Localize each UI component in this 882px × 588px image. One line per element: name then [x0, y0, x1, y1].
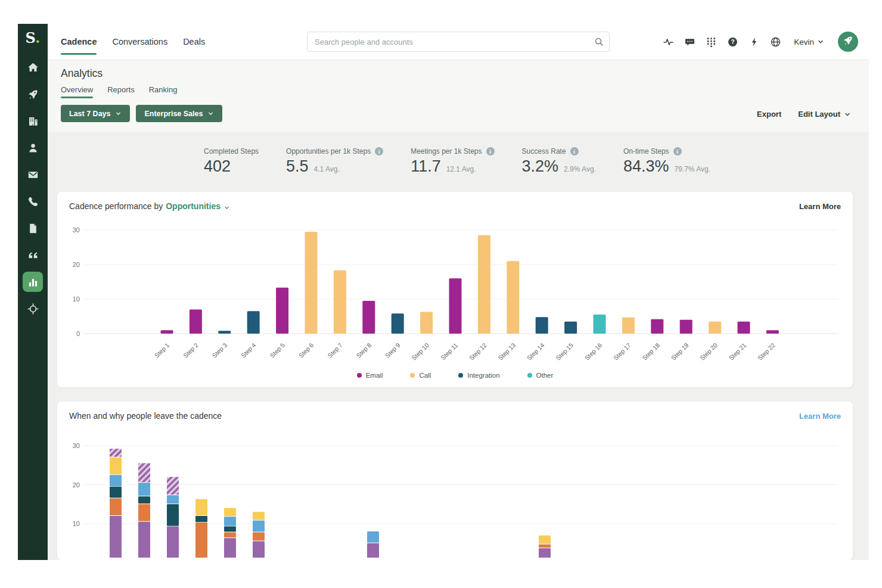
bar-step-18 — [651, 319, 663, 334]
search-icon[interactable] — [594, 37, 604, 46]
sidebar-item-bar-chart[interactable] — [23, 272, 43, 292]
nav-tab-conversations[interactable]: Conversations — [112, 37, 167, 46]
stack-segment-purple — [138, 522, 150, 558]
activity-icon[interactable] — [663, 37, 673, 47]
svg-text:Step 17: Step 17 — [612, 341, 632, 362]
bar-step-14 — [536, 317, 548, 334]
phone-icon — [27, 196, 39, 207]
legend-label: Call — [419, 372, 431, 379]
kpi-label: Completed Steps — [204, 147, 259, 155]
primary-nav-tabs: CadenceConversationsDeals — [61, 37, 205, 46]
crosshair-icon — [27, 303, 39, 315]
bar-step-17 — [622, 318, 635, 334]
quote-icon — [27, 250, 39, 261]
chat-icon[interactable] — [685, 37, 695, 47]
svg-text:0: 0 — [76, 330, 80, 337]
sidebar-item-rocket[interactable] — [23, 84, 43, 104]
info-icon[interactable]: i — [570, 147, 579, 155]
card-header: Cadence performance by Opportunities Lea… — [57, 192, 853, 214]
legend-item-call[interactable]: Call — [410, 372, 431, 379]
svg-text:Step 13: Step 13 — [496, 341, 517, 362]
legend-item-other[interactable]: Other — [527, 372, 554, 379]
kpi-row: Completed Steps402Opportunities per 1k S… — [48, 132, 869, 176]
stack-segment-dark-teal — [110, 487, 122, 498]
bar-step-7 — [334, 270, 346, 334]
kpi-label: On-time Steps — [623, 147, 669, 155]
svg-text:Step 3: Step 3 — [210, 341, 228, 359]
svg-text:20: 20 — [73, 261, 80, 268]
svg-text:Step 4: Step 4 — [240, 341, 257, 359]
stack-segment-purple-hatched — [110, 449, 122, 457]
learn-more-link[interactable]: Learn More — [799, 412, 841, 421]
logo-dot: . — [35, 29, 40, 46]
stack-segment-orange — [195, 522, 207, 558]
user-menu[interactable]: Kevin — [794, 38, 824, 46]
metric-selector[interactable]: Opportunities — [166, 201, 230, 211]
stack-segment-orange — [253, 532, 265, 540]
avatar[interactable] — [838, 32, 858, 52]
svg-text:Step 14: Step 14 — [526, 341, 546, 362]
export-button[interactable]: Export — [757, 110, 781, 119]
sidebar-item-envelope[interactable] — [23, 164, 43, 185]
legend-item-email[interactable]: Email — [357, 372, 383, 379]
svg-text:Step 2: Step 2 — [182, 341, 200, 359]
nav-tab-cadence[interactable]: Cadence — [61, 37, 97, 46]
edit-layout-button[interactable]: Edit Layout — [798, 110, 851, 119]
filter-label: Enterprise Sales — [144, 110, 203, 118]
tab-overview[interactable]: Overview — [61, 85, 93, 98]
bar-step-12 — [478, 235, 490, 334]
bar-step-21 — [738, 322, 750, 334]
sidebar-item-quote[interactable] — [23, 245, 43, 265]
legend-label: Email — [366, 372, 383, 379]
bar-step-1 — [161, 330, 173, 334]
chevron-down-icon — [207, 110, 214, 117]
stack-segment-light-blue — [110, 475, 122, 486]
legend-dot — [357, 373, 362, 378]
legend-label: Other — [536, 372, 554, 379]
stack-segment-light-blue — [138, 483, 150, 496]
bar-chart-svg: 0102030Step 1Step 2Step 3Step 4Step 5Ste… — [69, 218, 841, 368]
info-icon[interactable]: i — [673, 147, 682, 155]
svg-text:Step 12: Step 12 — [468, 341, 488, 362]
legend-item-integration[interactable]: Integration — [458, 372, 499, 379]
bolt-icon[interactable] — [749, 37, 759, 47]
globe-icon[interactable] — [771, 37, 781, 47]
top-icon-group: ? — [663, 37, 781, 47]
learn-more-link[interactable]: Learn More — [799, 202, 841, 211]
app-window: S. CadenceConversationsDeals ? Kevin — [18, 24, 869, 560]
tab-ranking[interactable]: Ranking — [149, 85, 178, 98]
bar-step-19 — [680, 320, 692, 334]
legend-dot — [458, 373, 463, 378]
search-input[interactable] — [307, 32, 610, 52]
legend-dot — [410, 373, 415, 378]
info-icon[interactable]: i — [486, 147, 495, 155]
sidebar-item-document[interactable] — [23, 218, 43, 238]
svg-text:Step 1: Step 1 — [153, 341, 170, 359]
salesloft-logo[interactable]: S. — [26, 31, 41, 45]
svg-text:Step 21: Step 21 — [727, 341, 747, 362]
stack-segment-orange — [224, 532, 236, 537]
sidebar-item-phone[interactable] — [23, 191, 43, 211]
sidebar-item-person[interactable] — [23, 138, 43, 158]
nav-tab-deals[interactable]: Deals — [183, 37, 205, 46]
search-bar — [307, 32, 610, 52]
stack-segment-purple — [367, 543, 379, 558]
kpi-success-rate: Success Ratei3.2%2.9% Avg. — [522, 147, 596, 176]
dialpad-icon[interactable] — [706, 37, 716, 47]
kpi-label: Success Rate — [522, 147, 566, 155]
kpi-label: Meetings per 1k Steps — [411, 147, 482, 155]
stack-segment-orange — [539, 545, 551, 548]
kpi-value: 84.3% — [623, 157, 669, 176]
sidebar-item-building[interactable] — [23, 111, 43, 131]
info-icon[interactable]: i — [375, 147, 383, 155]
filter-enterprise-sales[interactable]: Enterprise Sales — [136, 105, 222, 122]
sidebar-item-crosshair[interactable] — [23, 298, 43, 319]
bar-step-13 — [507, 261, 519, 334]
metric-selector-label: Opportunities — [166, 201, 220, 211]
filter-last-7-days[interactable]: Last 7 Days — [61, 105, 130, 122]
legend-dot — [527, 373, 532, 378]
sidebar-item-home[interactable] — [23, 57, 43, 77]
tab-reports[interactable]: Reports — [107, 85, 135, 98]
bar-step-20 — [709, 322, 721, 334]
help-icon[interactable]: ? — [728, 37, 738, 47]
